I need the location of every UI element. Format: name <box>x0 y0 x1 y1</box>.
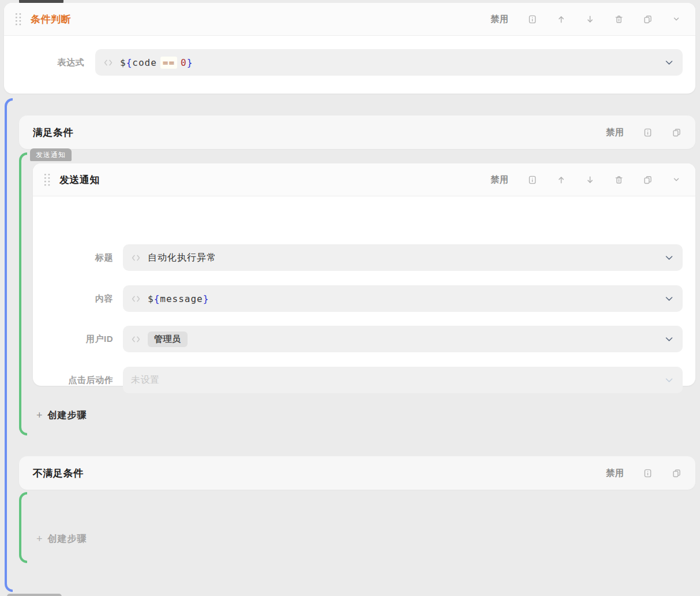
user-id-field[interactable]: 管理员 <box>123 326 683 352</box>
info-icon <box>643 128 653 137</box>
branch-true-title: 满足条件 <box>33 126 73 139</box>
copy-icon <box>672 128 682 137</box>
branch-true-header: 满足条件 禁用 <box>19 116 695 149</box>
info-button[interactable] <box>642 467 653 479</box>
content-value: ${message} <box>148 293 209 304</box>
code-icon <box>131 253 141 263</box>
disable-button[interactable]: 禁用 <box>606 468 624 479</box>
disable-button[interactable]: 禁用 <box>491 14 509 25</box>
add-step-label: 创建步骤 <box>48 409 87 422</box>
trash-icon <box>614 14 624 24</box>
info-button[interactable] <box>526 174 538 185</box>
chevron-down-icon <box>664 252 675 263</box>
copy-icon <box>643 175 653 185</box>
arrow-down-icon <box>585 175 595 185</box>
disable-button[interactable]: 禁用 <box>606 127 624 138</box>
branch-false-title: 不满足条件 <box>33 467 84 480</box>
info-icon <box>527 14 537 24</box>
add-step-button-true[interactable]: + 创建步骤 <box>36 407 87 423</box>
title-label: 标题 <box>33 244 113 271</box>
copy-button[interactable] <box>671 126 682 138</box>
title-field[interactable]: 自动化执行异常 <box>123 244 683 271</box>
copy-button[interactable] <box>642 13 653 25</box>
copy-icon <box>643 14 653 24</box>
expression-value: ${code==0} <box>120 57 193 68</box>
condition-bracket <box>5 98 13 592</box>
chevron-down-icon <box>672 175 681 184</box>
branch-false-bracket <box>19 492 27 563</box>
delete-button[interactable] <box>613 174 624 185</box>
expression-label: 表达式 <box>4 49 84 76</box>
code-icon <box>131 334 141 344</box>
info-button[interactable] <box>642 126 653 138</box>
code-icon <box>131 294 141 304</box>
expression-row: 表达式 ${code==0} <box>4 49 695 76</box>
title-row: 标题 自动化执行异常 <box>33 244 695 271</box>
content-field[interactable]: ${message} <box>123 285 683 312</box>
horizontal-scrollbar-thumb[interactable] <box>7 594 62 596</box>
user-id-row: 用户ID 管理员 <box>33 326 695 352</box>
chevron-down-icon <box>664 57 675 68</box>
branch-false-header: 不满足条件 禁用 <box>19 456 695 490</box>
add-step-button-false[interactable]: + 创建步骤 <box>36 531 87 547</box>
condition-card-title: 条件判断 <box>31 13 71 26</box>
click-action-row: 点击后动作 未设置 <box>33 367 695 393</box>
copy-button[interactable] <box>642 174 653 185</box>
move-up-button[interactable] <box>555 13 567 25</box>
step-type-badge: 发送通知 <box>30 148 72 161</box>
click-action-placeholder: 未设置 <box>131 374 160 386</box>
arrow-down-icon <box>585 14 595 24</box>
info-icon <box>643 468 653 478</box>
chevron-down-icon <box>672 14 681 24</box>
expression-field[interactable]: ${code==0} <box>95 49 683 76</box>
plus-icon: + <box>36 410 43 420</box>
step-card-toolbar: 禁用 <box>491 174 682 185</box>
user-id-label: 用户ID <box>33 326 113 352</box>
branch-false-toolbar: 禁用 <box>606 467 682 479</box>
add-step-label: 创建步骤 <box>48 533 87 545</box>
move-down-button[interactable] <box>584 13 596 25</box>
move-up-button[interactable] <box>555 174 567 185</box>
trash-icon <box>614 175 624 185</box>
collapse-button[interactable] <box>671 174 682 185</box>
drag-handle-icon[interactable] <box>14 12 23 26</box>
branch-true-toolbar: 禁用 <box>606 126 682 138</box>
disable-button[interactable]: 禁用 <box>491 174 509 185</box>
code-icon <box>103 58 113 68</box>
arrow-up-icon <box>556 175 566 185</box>
plus-icon: + <box>36 534 43 544</box>
delete-button[interactable] <box>613 13 624 25</box>
info-button[interactable] <box>526 13 538 25</box>
title-value: 自动化执行异常 <box>148 252 216 264</box>
step-card-header: 发送通知 禁用 <box>33 163 695 196</box>
click-action-field[interactable]: 未设置 <box>123 367 683 393</box>
condition-card-toolbar: 禁用 <box>491 13 682 25</box>
copy-button[interactable] <box>671 467 682 479</box>
info-icon <box>527 175 537 185</box>
move-down-button[interactable] <box>584 174 596 185</box>
copy-icon <box>672 468 682 478</box>
chevron-down-icon <box>664 293 675 304</box>
branch-true-bracket <box>19 152 27 435</box>
notification-step-card: 发送通知 禁用 <box>33 163 695 386</box>
arrow-up-icon <box>556 14 566 24</box>
user-chip: 管理员 <box>148 331 188 347</box>
condition-card: 条件判断 禁用 <box>4 3 695 94</box>
click-action-label: 点击后动作 <box>33 367 113 393</box>
step-card-title: 发送通知 <box>59 173 100 187</box>
content-row: 内容 ${message} <box>33 285 695 312</box>
drag-handle-icon[interactable] <box>43 173 51 187</box>
chevron-down-icon <box>664 334 675 345</box>
automation-editor: 条件判断 禁用 <box>0 0 700 596</box>
content-label: 内容 <box>33 285 113 312</box>
collapse-button[interactable] <box>671 13 682 25</box>
chevron-down-icon <box>664 375 675 386</box>
condition-card-header: 条件判断 禁用 <box>4 3 695 36</box>
